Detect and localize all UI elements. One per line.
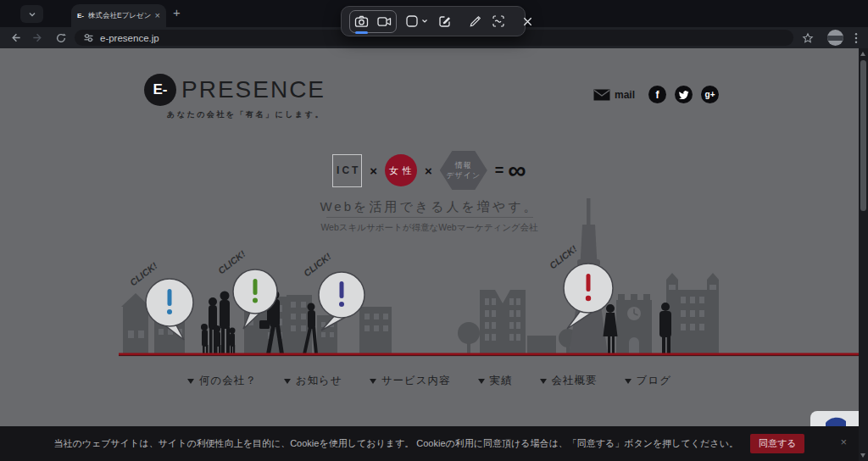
webpage-viewport: E- PRESENCE あなたの会社を「有名」にします。 mail f g+ I… [0,48,859,461]
close-icon [522,16,533,27]
cookie-message: 当社のウェブサイトは、サイトの利便性向上を目的に、Cookieを使用しております… [54,437,738,450]
browser-tab[interactable]: E- 株式会社Eプレゼンス × [71,4,166,27]
star-icon [802,32,814,44]
site-tagline: あなたの会社を「有名」にします。 [167,109,325,120]
rectangle-select-icon [405,14,419,28]
formula-ict-box: ICT [332,154,362,187]
nav-item-services[interactable]: サービス内容 [370,374,451,388]
nav-item-blog[interactable]: ブログ [625,374,671,388]
nav-item-company[interactable]: 会社概要 [540,374,598,388]
cookie-consent-banner: 当社のウェブサイトは、サイトの利便性向上を目的に、Cookieを使用しております… [0,426,859,461]
tab-title: 株式会社Eプレゼンス [88,11,151,21]
click-label: CLICK! [216,248,248,276]
logo-circle-mark: E- [144,74,176,106]
caret-down-icon [370,379,376,384]
caret-down-icon [187,379,194,384]
markup-icon [438,14,452,28]
nav-item-news[interactable]: お知らせ [284,374,342,388]
tab-favicon: E- [77,12,84,19]
concept-formula: ICT × 女 性 × 情報 デザイン = ∞ [0,151,859,190]
ground-line-shadow [119,355,859,356]
formula-times: × [425,164,432,178]
url-text: e-presence.jp [100,33,159,43]
speech-bubble-4[interactable]: CLICK! [548,243,613,329]
formula-info-line1: 情報 [455,160,472,170]
cookie-accept-button[interactable]: 同意する [750,434,805,453]
scrollbar-up-arrow[interactable] [860,52,865,56]
twitter-icon [679,91,689,99]
formula-equals: = [495,162,504,180]
caret-down-icon [284,379,291,384]
scrollbar-down-arrow[interactable] [860,453,865,458]
nav-label: お知らせ [296,374,342,388]
reload-button[interactable] [53,31,68,45]
mail-label: mail [615,89,635,101]
tab-list-chevron-button[interactable] [20,5,43,23]
caret-down-icon [625,379,632,384]
scrollbar-thumb[interactable] [860,60,866,211]
formula-women-circle: 女 性 [385,154,417,186]
text-extract-button[interactable] [490,10,507,32]
back-button[interactable] [8,31,23,45]
nav-label: 何の会社？ [199,374,257,388]
twitter-link[interactable] [675,86,693,103]
nav-item-results[interactable]: 実績 [478,374,513,388]
header-social-links: mail f g+ [593,86,719,103]
page-scrollbar[interactable] [859,48,868,461]
clock-face [627,307,641,320]
nav-label: 実績 [490,374,513,388]
site-logo[interactable]: E- PRESENCE [144,74,326,106]
city-illustration: CLICK! CLICK! CLICK! CLICK! [0,195,859,364]
envelope-icon [593,89,610,101]
chevron-down-icon [28,10,36,19]
pen-icon [469,15,481,28]
snip-shape-selector-button[interactable] [403,10,430,32]
capture-toolbar [341,6,526,36]
forward-button[interactable] [31,31,45,45]
camera-icon [354,15,369,28]
nav-item-about[interactable]: 何の会社？ [187,374,257,388]
recaptcha-badge[interactable] [810,411,859,426]
profile-avatar[interactable] [827,30,843,46]
markup-button[interactable] [437,10,453,32]
mail-link[interactable]: mail [593,89,635,101]
forward-arrow-icon [31,31,44,44]
formula-times: × [370,164,377,178]
formula-info-design-hexagon: 情報 デザイン [440,151,487,190]
recaptcha-icon [810,411,859,426]
pen-button[interactable] [467,10,483,32]
bookmark-star-button[interactable] [800,31,815,45]
back-arrow-icon [9,31,22,44]
facebook-link[interactable]: f [648,86,666,103]
formula-info-line2: デザイン [446,170,481,181]
camera-mode-button[interactable] [350,10,373,32]
caret-down-icon [540,379,547,384]
nav-label: ブログ [637,374,671,388]
video-camera-icon [377,16,392,27]
google-plus-link[interactable]: g+ [701,86,719,103]
chevron-down-icon [421,18,428,25]
click-label: CLICK! [302,251,333,279]
cookie-close-icon[interactable]: × [840,436,847,447]
google-plus-icon: g+ [705,90,715,99]
selected-mode-underline [355,31,368,34]
new-tab-button[interactable]: + [173,6,181,19]
ground-red-line [119,353,859,356]
video-mode-button[interactable] [373,10,396,32]
nav-label: サービス内容 [381,374,451,388]
facebook-icon: f [656,89,659,101]
click-label: CLICK! [548,243,579,271]
browser-menu-button[interactable] [849,31,863,45]
reload-icon [55,32,67,44]
site-settings-icon [83,32,94,43]
tab-close-icon[interactable]: × [155,11,160,20]
capture-mode-group [349,10,397,33]
caret-down-icon [478,379,485,384]
main-navigation: 何の会社？ お知らせ サービス内容 実績 会社概要 ブログ [0,374,859,388]
logo-wordmark: PRESENCE [181,76,326,103]
text-extract-icon [492,14,505,28]
avatar-image [827,36,843,41]
capture-close-button[interactable] [520,10,535,32]
formula-infinity: ∞ [508,158,526,183]
kebab-menu-icon [854,32,858,44]
